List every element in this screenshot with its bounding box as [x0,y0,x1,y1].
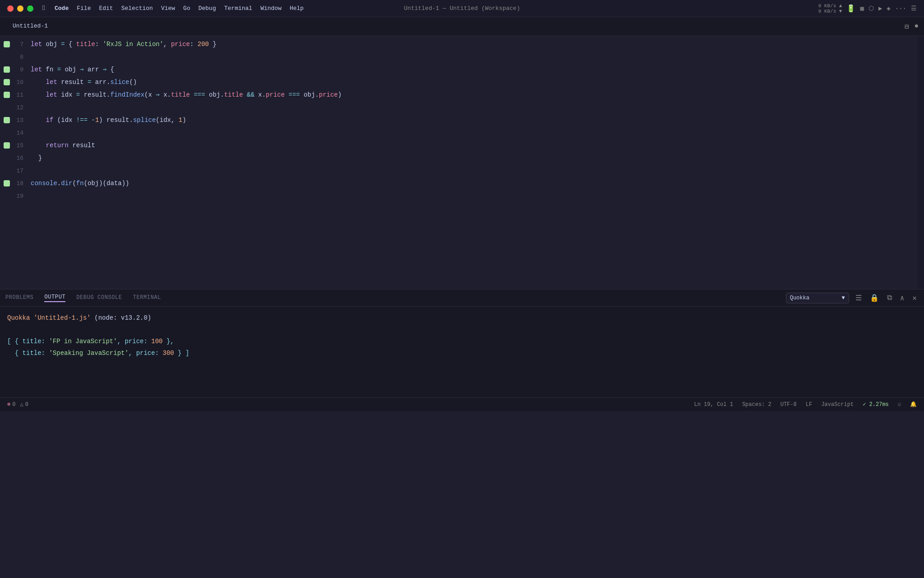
split-editor-icon[interactable]: ⊟ [905,22,909,31]
code-line-19 [31,190,912,202]
breakpoint-7 [4,41,10,47]
tab-debug-console[interactable]: DEBUG CONSOLE [76,294,122,302]
play-icon: ▶ [878,5,882,12]
breakpoint-19 [4,193,10,199]
menu-edit[interactable]: Edit [99,5,113,12]
menu-file[interactable]: File [77,5,91,12]
breakpoint-11 [4,92,10,98]
scroll-up-icon[interactable]: ∧ [898,293,906,303]
menu-terminal[interactable]: Terminal [224,5,252,12]
code-line-17 [31,164,912,177]
panel-output-content: Quokka 'Untitled-1.js' (node: v13.2.0) [… [0,307,924,397]
line-num-8: 8 [13,54,23,61]
code-line-12 [31,101,912,114]
output-source-dropdown[interactable]: Quokka ▼ [786,293,849,303]
gutter-row-11: 11 [0,89,27,101]
battery-icon: 🔋 [846,4,855,13]
breakpoint-15 [4,142,10,149]
breakpoint-9 [4,66,10,73]
output-panel: PROBLEMS OUTPUT DEBUG CONSOLE TERMINAL Q… [0,289,924,397]
gutter-row-18: 18 [0,177,27,190]
line-num-19: 19 [13,193,23,200]
line-gutter: 7 8 9 10 11 12 13 [0,36,27,289]
tab-bar-icons: ⊟ ● [905,22,919,31]
gutter-row-13: 13 [0,114,27,126]
copy-icon[interactable]: ⧉ [885,293,894,303]
window-title: Untitled-1 — Untitled (Workspace) [404,5,520,12]
breakpoint-12 [4,104,10,111]
output-line-3: [ { title: 'FP in JavaScript', price: 10… [7,336,917,347]
menu-selection[interactable]: Selection [121,5,153,12]
breakpoint-14 [4,130,10,136]
code-line-16: } [31,152,912,164]
gutter-row-14: 14 [0,126,27,139]
error-count: 0 [12,401,15,408]
status-bell-icon[interactable]: 🔔 [910,401,917,408]
status-smiley-icon[interactable]: ☺ [898,401,901,408]
error-icon: ⊗ [7,401,10,408]
line-num-13: 13 [13,117,23,124]
gutter-row-12: 12 [0,101,27,114]
breakpoint-18 [4,180,10,186]
menu-go[interactable]: Go [183,5,190,12]
status-ln-col[interactable]: Ln 19, Col 1 [694,401,733,408]
lock-icon[interactable]: 🔒 [868,293,881,303]
code-line-14 [31,126,912,139]
close-button[interactable] [7,5,14,12]
breakpoint-8 [4,54,10,60]
menu-code[interactable]: Code [55,5,69,12]
line-num-10: 10 [13,79,23,86]
chevron-down-icon: ▼ [842,295,845,301]
gutter-row-8: 8 [0,51,27,63]
maximize-button[interactable] [27,5,33,12]
menu-bar:  Code File Edit Selection View Go Debug… [42,5,304,12]
extension-icon: ◈ [887,5,890,12]
breakpoint-13 [4,117,10,123]
more-options-icon[interactable]: ● [914,22,919,31]
status-errors[interactable]: ⊗ 0 △ 0 [7,401,28,408]
dropdown-value: Quokka [790,295,809,301]
panel-controls: Quokka ▼ ☰ 🔒 ⧉ ∧ ✕ [786,293,919,303]
status-encoding[interactable]: UTF-8 [781,401,797,408]
title-bar-right: 0 KB/s ▲0 KB/s ▼ 🔋 ▦ ⬡ ▶ ◈ ··· ☰ [462,3,917,14]
status-spaces[interactable]: Spaces: 2 [742,401,772,408]
title-bar-left:  Code File Edit Selection View Go Debug… [7,5,462,12]
status-language[interactable]: JavaScript [821,401,854,408]
line-num-14: 14 [13,130,23,136]
code-line-7: let obj = { title: 'RxJS in Action', pri… [31,38,912,51]
output-line-4: { title: 'Speaking JavaScript', price: 3… [7,347,917,359]
status-eol[interactable]: LF [806,401,812,408]
tab-bar: Untitled-1 ⊟ ● [0,17,924,36]
code-content[interactable]: let obj = { title: 'RxJS in Action', pri… [27,36,918,289]
warning-count: 0 [25,401,28,408]
code-line-18: console.dir(fn(obj)(data)) [31,177,912,190]
code-line-13: if (idx !== -1) result.splice(idx, 1) [31,114,912,126]
output-line-2 [7,324,917,336]
editor-area: 7 8 9 10 11 12 13 [0,36,924,289]
editor-scrollbar[interactable] [918,36,924,289]
line-num-17: 17 [13,168,23,174]
warning-icon: △ [20,401,23,408]
traffic-lights [7,5,33,12]
status-bar-right: Ln 19, Col 1 Spaces: 2 UTF-8 LF JavaScri… [694,401,917,408]
line-num-7: 7 [13,41,23,48]
minimize-button[interactable] [17,5,23,12]
gutter-row-10: 10 [0,76,27,89]
menu-window[interactable]: Window [260,5,282,12]
close-panel-icon[interactable]: ✕ [910,293,919,303]
menu-help[interactable]: Help [290,5,304,12]
code-line-9: let fn = obj ⇒ arr ⇒ { [31,63,912,76]
code-line-8 [31,51,912,63]
menu-debug[interactable]: Debug [199,5,216,12]
tab-terminal[interactable]: TERMINAL [133,294,161,302]
panel-tabs: PROBLEMS OUTPUT DEBUG CONSOLE TERMINAL Q… [0,289,924,307]
tab-problems[interactable]: PROBLEMS [5,294,33,302]
tab-output[interactable]: OUTPUT [44,294,65,302]
airplay-icon: ⬡ [869,5,874,12]
list-icon: ☰ [911,5,917,12]
output-line-1: Quokka 'Untitled-1.js' (node: v13.2.0) [7,312,917,324]
clear-output-icon[interactable]: ☰ [854,293,864,303]
tab-untitled-1[interactable]: Untitled-1 [5,20,55,33]
apple-menu[interactable]:  [42,5,46,12]
menu-view[interactable]: View [161,5,175,12]
